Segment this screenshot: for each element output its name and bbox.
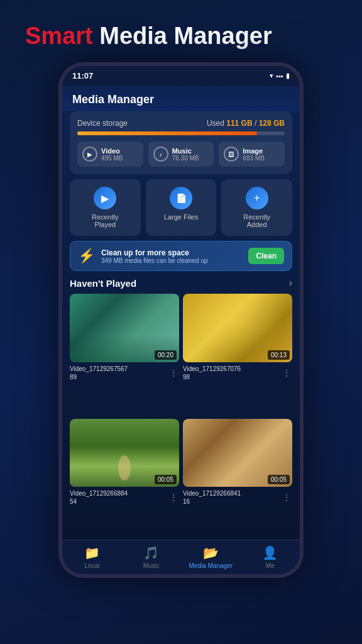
cleanup-subtitle: 349 MB media files can be cleaned up <box>101 257 208 264</box>
video-name-row-1: Video_1712926756789 ⋮ <box>70 362 179 384</box>
video-thumb-2: 00:13 <box>183 294 292 362</box>
video-item-3[interactable]: 00:05 Video_1712926688454 ⋮ <box>70 419 179 540</box>
storage-label-text: Device storage <box>77 119 128 128</box>
music-size: 76.30 MB <box>172 155 199 162</box>
section-header: Haven't Played › <box>62 277 300 289</box>
image-info: Image 683 MB <box>243 147 264 162</box>
video-duration-2: 00:13 <box>268 350 290 360</box>
music-name: Music <box>172 147 199 155</box>
app-header-title: Media Manager <box>72 93 154 106</box>
storage-used-value: 111 GB <box>226 119 252 128</box>
video-thumb-3: 00:05 <box>70 419 179 487</box>
title-red: Smart <box>25 23 93 49</box>
video-thumb-4: 00:05 <box>183 419 292 487</box>
local-icon: 📁 <box>84 545 100 560</box>
media-cat-image[interactable]: 🖼 Image 683 MB <box>219 142 285 167</box>
recently-played-label: RecentlyPlayed <box>92 213 119 228</box>
image-name: Image <box>243 147 264 155</box>
music-nav-label: Music <box>143 562 160 569</box>
me-label: Me <box>266 562 275 569</box>
title-white: Media Manager <box>93 23 272 49</box>
storage-section: Device storage Used 111 GB / 128 GB ▶ Vi… <box>70 111 292 174</box>
app-content: Media Manager Device storage Used 111 GB… <box>62 86 300 540</box>
video-thumb-1: 00:20 <box>70 294 179 362</box>
storage-label-row: Device storage Used 111 GB / 128 GB <box>77 119 285 128</box>
video-name-row-2: Video_1712926707698 ⋮ <box>183 362 292 384</box>
media-manager-icon: 📂 <box>203 545 219 560</box>
nav-media-manager[interactable]: 📂 Media Manager <box>181 540 241 574</box>
large-files-icon: 📄 <box>170 187 192 209</box>
signal-icon: ▪▪▪ <box>276 72 283 80</box>
video-duration-3: 00:05 <box>155 475 177 484</box>
video-duration-1: 00:20 <box>155 350 177 360</box>
clean-button[interactable]: Clean <box>248 248 284 264</box>
recently-played-button[interactable]: ▶ RecentlyPlayed <box>70 179 141 236</box>
cleanup-title: Clean up for more space <box>101 248 208 257</box>
video-more-icon-1[interactable]: ⋮ <box>168 368 179 378</box>
wifi-icon: ▾ <box>270 72 273 80</box>
app-header: Media Manager <box>62 86 300 111</box>
storage-used-text: Used 111 GB / 128 GB <box>207 119 285 128</box>
phone-mockup: 11:07 ▾ ▪▪▪ ▮ Media Manager Device stora… <box>58 62 304 578</box>
video-info: Video 495 MB <box>101 147 123 162</box>
music-info: Music 76.30 MB <box>172 147 199 162</box>
storage-bar-fill <box>77 131 257 135</box>
me-icon: 👤 <box>262 545 278 560</box>
video-more-icon-4[interactable]: ⋮ <box>281 492 292 502</box>
nav-me[interactable]: 👤 Me <box>241 540 300 574</box>
video-size: 495 MB <box>101 155 123 162</box>
cleanup-banner: ⚡ Clean up for more space 349 MB media f… <box>70 241 292 271</box>
bottom-nav: 📁 Local 🎵 Music 📂 Media Manager 👤 Me <box>62 540 300 574</box>
large-files-label: Large Files <box>164 213 198 221</box>
quick-access: ▶ RecentlyPlayed 📄 Large Files + Recentl… <box>70 179 292 236</box>
music-icon: ♪ <box>153 147 168 162</box>
recently-added-button[interactable]: + RecentlyAdded <box>221 179 292 236</box>
image-icon: 🖼 <box>224 147 239 162</box>
video-item-1[interactable]: 00:20 Video_1712926756789 ⋮ <box>70 294 179 415</box>
media-cat-video[interactable]: ▶ Video 495 MB <box>77 142 143 167</box>
video-filename-2: Video_1712926707698 <box>183 365 281 381</box>
music-nav-icon: 🎵 <box>143 545 159 560</box>
status-bar: 11:07 ▾ ▪▪▪ ▮ <box>62 66 300 86</box>
nav-local[interactable]: 📁 Local <box>62 540 122 574</box>
video-more-icon-3[interactable]: ⋮ <box>168 492 179 502</box>
video-item-2[interactable]: 00:13 Video_1712926707698 ⋮ <box>183 294 292 415</box>
media-categories: ▶ Video 495 MB ♪ Music 76.30 MB 🖼 <box>77 142 285 167</box>
section-title: Haven't Played <box>70 278 136 289</box>
video-duration-4: 00:05 <box>268 475 290 484</box>
nav-music[interactable]: 🎵 Music <box>122 540 182 574</box>
video-name-row-4: Video_1712926684116 ⋮ <box>183 487 292 508</box>
video-filename-3: Video_1712926688454 <box>70 489 168 506</box>
cleanup-icon: ⚡ <box>78 248 95 264</box>
cleanup-text: Clean up for more space 349 MB media fil… <box>101 248 208 264</box>
image-size: 683 MB <box>243 155 264 162</box>
video-filename-4: Video_1712926684116 <box>183 489 281 506</box>
local-label: Local <box>84 562 99 569</box>
video-name-row-3: Video_1712926688454 ⋮ <box>70 487 179 508</box>
page-title: Smart Media Manager <box>0 0 362 62</box>
recently-played-icon: ▶ <box>94 187 116 209</box>
battery-icon: ▮ <box>286 72 290 80</box>
video-more-icon-2[interactable]: ⋮ <box>281 368 292 378</box>
status-time: 11:07 <box>72 71 93 80</box>
storage-bar-background <box>77 131 285 135</box>
video-name: Video <box>101 147 123 155</box>
video-grid: 00:20 Video_1712926756789 ⋮ 00:13 Video_… <box>62 294 300 540</box>
recently-added-label: RecentlyAdded <box>243 213 270 228</box>
status-icons: ▾ ▪▪▪ ▮ <box>270 72 290 80</box>
video-icon: ▶ <box>82 147 97 162</box>
large-files-button[interactable]: 📄 Large Files <box>146 179 217 236</box>
recently-added-icon: + <box>246 187 268 209</box>
media-manager-label: Media Manager <box>189 562 233 569</box>
media-cat-music[interactable]: ♪ Music 76.30 MB <box>148 142 214 167</box>
video-filename-1: Video_1712926756789 <box>70 365 168 381</box>
storage-total: 128 GB <box>259 119 285 128</box>
section-arrow-icon[interactable]: › <box>289 277 292 289</box>
video-item-4[interactable]: 00:05 Video_1712926684116 ⋮ <box>183 419 292 540</box>
